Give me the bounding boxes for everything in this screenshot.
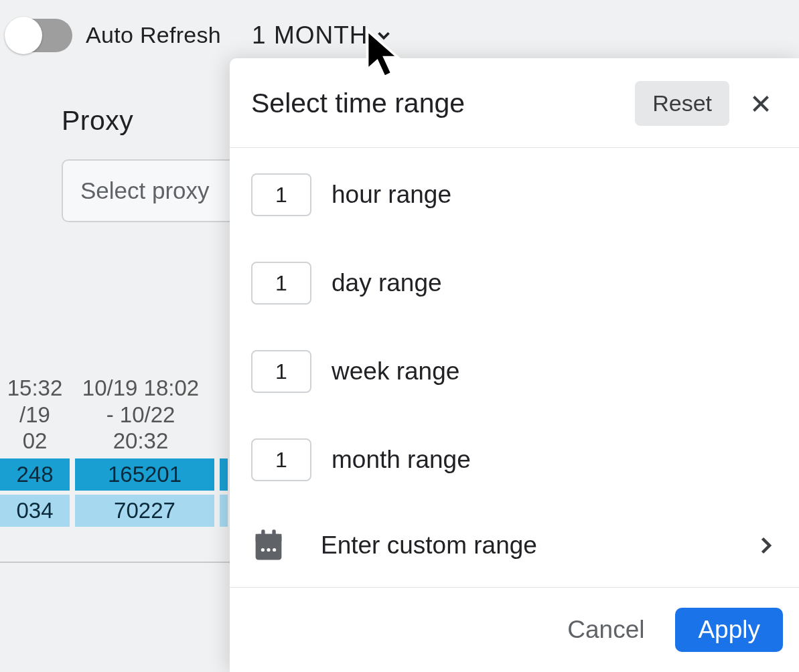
custom-range-row[interactable]: Enter custom range [251,504,778,587]
reset-button[interactable]: Reset [635,81,729,126]
day-range-input[interactable]: 1 [251,262,311,305]
week-range-label: week range [332,357,459,386]
week-range-row[interactable]: 1 week range [251,327,778,416]
svg-point-7 [267,548,270,552]
table-cell: 165201 [75,458,214,491]
cancel-button[interactable]: Cancel [567,616,644,644]
svg-rect-3 [256,534,282,541]
auto-refresh-toggle[interactable] [7,19,72,52]
table-cell [220,458,228,491]
svg-rect-4 [261,529,265,537]
svg-point-8 [273,548,276,552]
day-range-row[interactable]: 1 day range [251,239,778,327]
time-range-panel: Select time range Reset 1 hour range 1 d… [230,58,799,672]
chevron-down-icon [374,25,394,46]
proxy-select-placeholder: Select proxy [80,177,210,204]
day-range-label: day range [332,269,442,297]
panel-footer: Cancel Apply [230,587,799,672]
panel-title: Select time range [251,88,635,119]
toggle-knob [5,17,42,54]
apply-button[interactable]: Apply [675,608,783,652]
panel-header: Select time range Reset [230,58,799,148]
month-range-row[interactable]: 1 month range [251,416,778,504]
close-button[interactable] [744,87,778,120]
table-cell: 70227 [75,495,214,527]
week-range-input[interactable]: 1 [251,350,311,393]
chevron-right-icon [753,533,778,558]
month-range-input[interactable]: 1 [251,438,311,481]
divider [0,562,231,563]
table-cell: 034 [0,495,70,527]
month-range-label: month range [332,446,471,474]
table-cell: 248 [0,458,70,491]
svg-point-6 [261,548,265,552]
time-range-dropdown[interactable]: 1 MONTH [252,21,394,50]
table-header: 15:32 /19 02 [0,375,70,454]
custom-range-label: Enter custom range [321,531,719,560]
hour-range-label: hour range [332,181,451,209]
close-icon [749,92,773,116]
svg-rect-5 [272,529,275,537]
calendar-icon [251,527,286,564]
hour-range-row[interactable]: 1 hour range [251,151,778,239]
hour-range-input[interactable]: 1 [251,173,311,216]
table-cell [220,495,228,527]
panel-body: 1 hour range 1 day range 1 week range 1 … [230,148,799,587]
auto-refresh-label: Auto Refresh [86,22,221,48]
time-range-value: 1 MONTH [252,21,368,50]
table-header: 10/19 18:02 - 10/22 20:32 [75,375,206,454]
